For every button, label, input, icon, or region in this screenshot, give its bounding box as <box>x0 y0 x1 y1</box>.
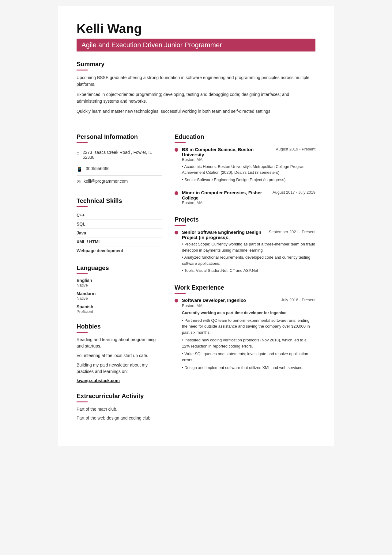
skill-java: Java <box>77 229 162 238</box>
projects-section: Projects Senior Software Engineering Des… <box>175 216 315 275</box>
edu-location-1: Boston, MA <box>182 157 315 162</box>
work-bullet-1-4: • Design and implement software that uti… <box>182 365 315 371</box>
work-date-1: July 2016 - Present <box>281 298 315 302</box>
work-bullet-1-1: • Partnered with QC team to perform expe… <box>182 317 315 336</box>
edu-header-1: BS in Computer Science, Boston Universit… <box>182 147 315 157</box>
work-bullet-1-2: • Instituted new coding verification pro… <box>182 337 315 349</box>
project-header-1: Senior Software Engineering Design Proje… <box>182 230 315 240</box>
edu-degree-1: BS in Computer Science, Boston Universit… <box>182 147 273 157</box>
summary-p1: Upcoming BSSE graduate offering a strong… <box>77 74 315 88</box>
project-item-1: Senior Software Engineering Design Proje… <box>175 230 315 275</box>
work-bullet-1-3: • Write SQL queries and statements; inve… <box>182 351 315 363</box>
skill-cpp: C++ <box>77 211 162 220</box>
hobby-text-1: Reading and learning about programming a… <box>77 336 162 349</box>
project-bullet-1-3: • Tools: Visual Studio .Net, C# and ASP.… <box>182 268 315 274</box>
edu-header-2: Minor in Computer Forensics, Fisher Coll… <box>182 190 315 200</box>
work-subtitle-1: Currently working as a part time develop… <box>182 310 315 315</box>
projects-underline <box>175 225 186 226</box>
technical-skills-section: Technical Skills C++ SQL Java XML / HTML… <box>77 197 162 255</box>
work-location-1: Boston, MA <box>182 303 315 308</box>
left-column: Personal Information ⌂ 2273 Isaacs Creek… <box>77 133 162 431</box>
address-icon: ⌂ <box>77 150 80 156</box>
edu-date-1: August 2019 - Present <box>276 147 315 151</box>
hobby-link[interactable]: kwang.substack.com <box>77 378 120 383</box>
edu-dot-1 <box>175 148 178 152</box>
extracurr-item-2: Part of the web design and coding club. <box>77 415 162 421</box>
work-title-1: Software Developer, Ingenixo <box>182 298 246 303</box>
edu-bullet-1-1: • Academic Honors: Boston University's M… <box>182 164 315 176</box>
edu-location-2: Boston, MA <box>182 200 315 205</box>
summary-p2: Experienced in object-oriented programmi… <box>77 91 315 105</box>
work-underline <box>175 293 186 294</box>
edu-bullet-1-2: • Senior Software Engineering Design Pro… <box>182 177 315 183</box>
edu-item-1: BS in Computer Science, Boston Universit… <box>175 147 315 184</box>
skill-sql: SQL <box>77 220 162 229</box>
lang-spanish-level: Proficient <box>77 309 162 314</box>
work-dot-1 <box>175 299 178 302</box>
candidate-title: Agile and Execution Driven Junior Progra… <box>77 39 315 51</box>
personal-underline <box>77 142 88 143</box>
work-item-1: Software Developer, Ingenixo July 2016 -… <box>175 298 315 373</box>
work-content-1: Software Developer, Ingenixo July 2016 -… <box>182 298 315 373</box>
extracurricular-heading: Extracurricular Activity <box>77 393 162 400</box>
lang-mandarin-name: Mandarin <box>77 291 162 296</box>
section-divider <box>77 124 315 124</box>
lang-english-name: English <box>77 278 162 283</box>
project-date-1: September 2021 - Present <box>269 230 315 234</box>
hobbies-underline <box>77 332 88 333</box>
technical-skills-heading: Technical Skills <box>77 197 162 204</box>
summary-underline <box>77 70 88 70</box>
phone-text: 3005556666 <box>86 166 110 171</box>
projects-heading: Projects <box>175 216 315 223</box>
phone-icon: 📱 <box>77 166 83 172</box>
lang-english-level: Native <box>77 283 162 287</box>
skills-underline <box>77 206 88 207</box>
skill-web: Webpage development <box>77 246 162 255</box>
edu-dot-2 <box>175 191 178 195</box>
email-icon: ✉ <box>77 179 81 185</box>
work-experience-section: Work Experience Software Developer, Inge… <box>175 284 315 373</box>
lang-spanish-name: Spanish <box>77 304 162 309</box>
edu-content-2: Minor in Computer Forensics, Fisher Coll… <box>182 190 315 207</box>
hobby-text-2: Volunteering at the local start up café. <box>77 352 162 359</box>
project-dot-1 <box>175 231 178 234</box>
address-item: ⌂ 2273 Isaacs Creek Road , Fowler, IL 62… <box>77 147 162 163</box>
skill-xml: XML / HTML <box>77 238 162 246</box>
edu-degree-2: Minor in Computer Forensics, Fisher Coll… <box>182 190 270 200</box>
phone-item: 📱 3005556666 <box>77 163 162 176</box>
lang-mandarin-level: Native <box>77 296 162 301</box>
work-experience-heading: Work Experience <box>175 284 315 291</box>
languages-underline <box>77 273 88 274</box>
lang-spanish: Spanish Proficient <box>77 304 162 314</box>
header-section: Kelli Wang Agile and Execution Driven Ju… <box>77 21 315 61</box>
lang-mandarin: Mandarin Native <box>77 291 162 301</box>
hobby-text-3: Building my paid newsletter about my pra… <box>77 362 162 375</box>
right-column: Education BS in Computer Science, Boston… <box>175 133 315 431</box>
hobbies-heading: Hobbies <box>77 323 162 330</box>
project-title-1: Senior Software Engineering Design Proje… <box>182 230 266 240</box>
education-section: Education BS in Computer Science, Boston… <box>175 133 315 207</box>
extracurr-item-1: Part of the math club. <box>77 406 162 412</box>
education-underline <box>175 142 186 143</box>
hobbies-section: Hobbies Reading and learning about progr… <box>77 323 162 383</box>
education-heading: Education <box>175 133 315 140</box>
lang-english: English Native <box>77 278 162 287</box>
project-bullet-1-2: • Analyzed functional requirements, deve… <box>182 254 315 266</box>
summary-heading: Summary <box>77 61 315 68</box>
two-column-layout: Personal Information ⌂ 2273 Isaacs Creek… <box>77 133 315 431</box>
resume-container: Kelli Wang Agile and Execution Driven Ju… <box>58 6 334 446</box>
address-text: 2273 Isaacs Creek Road , Fowler, IL 6233… <box>83 150 162 160</box>
edu-date-2: August 2017 - July 2019 <box>273 190 315 195</box>
email-item: ✉ kelli@programmer.com <box>77 176 162 188</box>
edu-content-1: BS in Computer Science, Boston Universit… <box>182 147 315 184</box>
personal-info-heading: Personal Information <box>77 133 162 140</box>
languages-heading: Languages <box>77 264 162 272</box>
project-bullet-1-1: • Project Scope: Currently working as pa… <box>182 241 315 253</box>
summary-section: Summary Upcoming BSSE graduate offering … <box>77 61 315 115</box>
extracurricular-underline <box>77 401 88 402</box>
email-text: kelli@programmer.com <box>84 179 128 184</box>
edu-item-2: Minor in Computer Forensics, Fisher Coll… <box>175 190 315 207</box>
languages-section: Languages English Native Mandarin Native… <box>77 264 162 314</box>
personal-info-section: Personal Information ⌂ 2273 Isaacs Creek… <box>77 133 162 188</box>
work-header-1: Software Developer, Ingenixo July 2016 -… <box>182 298 315 303</box>
